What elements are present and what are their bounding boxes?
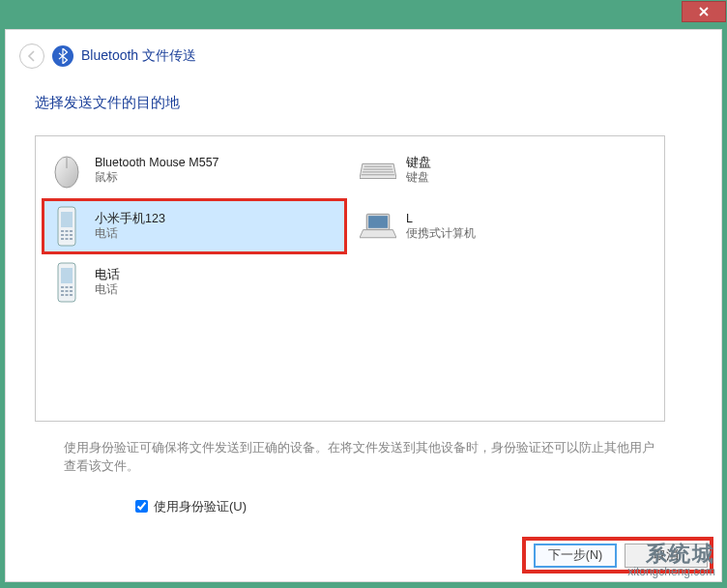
svg-rect-12 xyxy=(66,234,69,236)
device-list: Bluetooth Mouse M557 鼠标 键盘 键 xyxy=(35,135,665,422)
device-item-keyboard[interactable]: 键盘 键盘 xyxy=(355,144,656,196)
close-button[interactable] xyxy=(682,1,726,22)
mouse-icon xyxy=(48,149,85,191)
device-name: 键盘 xyxy=(406,155,431,170)
auth-checkbox-label: 使用身份验证(U) xyxy=(154,498,247,515)
svg-rect-10 xyxy=(70,230,73,232)
svg-rect-16 xyxy=(70,238,73,240)
device-item-laptop[interactable]: L 便携式计算机 xyxy=(355,200,656,252)
svg-rect-9 xyxy=(66,230,69,232)
device-item-mouse[interactable]: Bluetooth Mouse M557 鼠标 xyxy=(44,144,345,196)
device-item-phone[interactable]: 电话 电话 xyxy=(44,256,345,309)
svg-rect-14 xyxy=(61,238,64,240)
device-name: 小米手机123 xyxy=(95,211,165,226)
svg-rect-8 xyxy=(61,230,64,232)
svg-rect-13 xyxy=(70,234,73,236)
svg-rect-28 xyxy=(66,294,69,296)
svg-rect-7 xyxy=(61,212,73,227)
svg-rect-15 xyxy=(66,238,69,240)
auth-checkbox-row[interactable]: 使用身份验证(U) xyxy=(135,498,665,515)
device-type: 鼠标 xyxy=(95,170,219,186)
next-button[interactable]: 下一步(N) xyxy=(534,544,617,568)
hint-text: 使用身份验证可确保将文件发送到正确的设备。在将文件发送到其他设备时，身份验证还可… xyxy=(64,439,665,477)
device-type: 电话 xyxy=(95,226,165,242)
laptop-icon xyxy=(360,205,396,248)
instruction-text: 选择发送文件的目的地 xyxy=(35,94,665,112)
keyboard-icon xyxy=(360,149,396,191)
back-button[interactable] xyxy=(19,44,44,69)
svg-rect-22 xyxy=(66,286,69,288)
device-name: 电话 xyxy=(95,267,120,282)
cancel-button[interactable]: 取消 xyxy=(625,544,708,568)
svg-rect-18 xyxy=(368,216,388,228)
device-type: 便携式计算机 xyxy=(406,226,476,242)
svg-rect-29 xyxy=(70,294,73,296)
device-name: L xyxy=(406,211,476,226)
svg-rect-23 xyxy=(70,286,73,288)
svg-rect-27 xyxy=(61,294,64,296)
svg-rect-21 xyxy=(61,286,64,288)
device-name: Bluetooth Mouse M557 xyxy=(95,155,219,170)
svg-rect-26 xyxy=(70,290,73,292)
auth-checkbox[interactable] xyxy=(135,500,148,513)
device-type: 键盘 xyxy=(406,170,431,186)
window-title: Bluetooth 文件传送 xyxy=(81,47,196,65)
svg-rect-20 xyxy=(61,268,73,283)
phone-icon xyxy=(48,205,85,248)
bluetooth-icon xyxy=(52,45,73,67)
wizard-window: Bluetooth 文件传送 选择发送文件的目的地 Bluetooth Mous… xyxy=(5,29,722,582)
svg-rect-25 xyxy=(66,290,69,292)
phone-icon xyxy=(48,261,85,304)
svg-rect-24 xyxy=(61,290,64,292)
device-type: 电话 xyxy=(95,282,120,298)
svg-rect-11 xyxy=(61,234,64,236)
device-item-xiaomi[interactable]: 小米手机123 电话 xyxy=(44,200,345,252)
